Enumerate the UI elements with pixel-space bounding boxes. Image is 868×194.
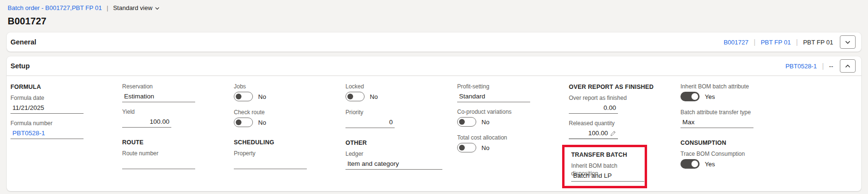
released-quantity-input[interactable]: 100.00 [569,128,618,139]
co-product-variations-label: Co-product variations [457,108,569,116]
yield-input[interactable]: 100.00 [122,117,171,128]
field-route-number: Route number [122,150,234,169]
ledger-input[interactable]: Item and category [345,159,442,170]
group-transfer-batch: TRANSFER BATCH [571,151,638,159]
field-yield: Yield100.00 [122,108,234,128]
setup-section-header[interactable]: Setup PBT0528-1 | -- [7,56,861,76]
general-section-title: General [10,38,36,46]
setup-collapse-button[interactable] [840,59,856,73]
jobs-toggle-row: No [234,91,345,102]
group-consumption: CONSUMPTION [680,139,792,147]
formula-date-input[interactable]: 11/21/2025 [10,103,84,114]
priority-value: 0 [389,117,393,128]
breadcrumb[interactable]: Batch order - B001727,PBT FP 01 [8,4,102,11]
trace-bom-consumption-toggle[interactable] [680,159,700,169]
top-navigation-bar: Batch order - B001727,PBT FP 01 | Standa… [0,0,868,11]
total-cost-allocation-toggle[interactable] [457,143,476,152]
setup-summary: PBT0528-1 | -- [785,62,833,70]
route-number-input[interactable] [122,158,195,169]
general-section-header[interactable]: General B001727 | PBT FP 01 | PBT FP 01 [7,32,861,52]
field-formula-date: Formula date11/21/2025 [10,94,122,114]
over-report-as-finished-label: Over report as finished [569,94,680,102]
group-over-report-as-finished: OVER REPORT AS FINISHED [569,83,680,91]
profit-setting-input[interactable]: Standard [457,91,530,102]
chevron-down-icon [155,6,160,11]
group-other: OTHER [345,139,457,147]
route-number-label: Route number [122,150,234,157]
field-reservation: ReservationEstimation [122,83,234,102]
trace-bom-consumption-toggle-state: Yes [705,161,715,168]
view-selector[interactable]: Standard view [113,4,160,11]
page-title: B001727 [8,16,868,27]
formula-number-input[interactable]: PBT0528-1 [10,128,84,139]
transfer-batch-highlight: TRANSFER BATCHInherit BOM batch disposit… [562,145,647,188]
property-input[interactable] [234,158,307,169]
field-profit-setting: Profit-settingStandard [457,83,569,102]
inherit-bom-batch-disposition-label: Inherit BOM batch disposition [571,162,638,170]
group-formula: FORMULA [10,83,122,91]
reservation-label: Reservation [122,83,234,90]
locked-toggle[interactable] [345,92,365,101]
inherit-bom-batch-attribute-toggle[interactable] [680,92,700,101]
breadcrumb-separator: | [107,4,108,11]
general-summary-item-link[interactable]: PBT FP 01 [761,39,791,46]
jobs-toggle-state: No [258,93,266,100]
field-priority: Priority0 [345,108,457,128]
batch-attribute-transfer-type-input[interactable]: Max [680,117,753,128]
summary-separator: | [754,38,756,46]
check-route-toggle-row: No [234,117,345,128]
priority-input[interactable]: 0 [345,117,395,128]
reservation-input[interactable]: Estimation [122,91,195,102]
field-formula-number: Formula numberPBT0528-1 [10,119,122,139]
general-summary-batch-order-link[interactable]: B001727 [723,39,748,46]
total-cost-allocation-toggle-state: No [481,144,490,151]
locked-toggle-row: No [345,91,457,102]
chevron-up-icon [845,63,851,69]
field-over-report-as-finished: Over report as finished0.00 [569,94,680,114]
formula-number-label: Formula number [10,119,122,127]
form-column-4: LockedNoPriority0OTHERLedgerItem and cat… [345,80,457,188]
over-report-as-finished-input[interactable]: 0.00 [569,103,618,114]
toggle-knob [459,145,465,151]
jobs-label: Jobs [234,83,345,90]
check-route-label: Check route [234,108,345,116]
profit-setting-value: Standard [459,91,485,102]
toggle-field-inherit-bom-batch-attribute: Inherit BOM batch attributeYes [680,83,792,102]
field-inherit-bom-batch-disposition: Inherit BOM batch dispositionBatch and L… [571,162,638,182]
inherit-bom-batch-attribute-label: Inherit BOM batch attribute [680,83,792,90]
view-selector-label: Standard view [113,4,152,11]
batch-attribute-transfer-type-label: Batch attribute transfer type [680,108,792,116]
field-property: Property [234,150,345,169]
toggle-field-locked: LockedNo [345,83,457,102]
summary-separator: | [822,62,824,70]
form-column-7: Inherit BOM batch attributeYesBatch attr… [680,80,792,188]
co-product-variations-toggle-row: No [457,117,569,127]
jobs-toggle[interactable] [234,92,253,101]
total-cost-allocation-label: Total cost allocation [457,134,569,141]
inherit-bom-batch-disposition-input[interactable]: Batch and LP [571,171,644,182]
general-expand-button[interactable] [840,35,856,49]
check-route-toggle-state: No [258,119,266,126]
over-report-as-finished-value: 0.00 [604,103,616,113]
co-product-variations-toggle[interactable] [457,117,476,127]
inherit-bom-batch-disposition-value: Batch and LP [573,171,612,181]
released-quantity-value: 100.00 [588,128,608,139]
locked-toggle-state: No [370,93,378,100]
total-cost-allocation-toggle-row: No [457,142,569,153]
pencil-icon [610,130,616,136]
group-route: ROUTE [122,138,234,147]
form-column-6: OVER REPORT AS FINISHEDOver report as fi… [569,80,680,188]
setup-summary-formula-link[interactable]: PBT0528-1 [785,63,817,70]
trace-bom-consumption-label: Trace BOM Consumption [680,150,792,158]
reservation-value: Estimation [124,91,154,102]
setup-section-card: Setup PBT0528-1 | -- FORMULAFormula date… [7,56,861,191]
toggle-field-check-route: Check routeNo [234,108,345,128]
setup-form-grid: FORMULAFormula date11/21/2025Formula num… [7,76,861,191]
pencil-edit-indicator [610,130,616,136]
toggle-knob [347,94,353,99]
toggle-knob [236,119,241,125]
summary-separator: | [796,38,798,46]
toggle-knob [691,93,698,100]
group-scheduling: SCHEDULING [234,138,345,147]
check-route-toggle[interactable] [234,118,253,127]
